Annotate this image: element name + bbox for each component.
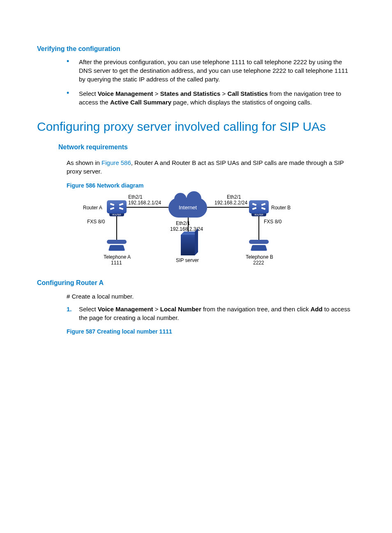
nav-sep: > <box>220 90 227 97</box>
telephone-b-number: 2222 <box>253 260 264 266</box>
eth-a-ip-label: 192.168.2.1/24 <box>128 199 161 206</box>
sip-server-label: SIP server <box>176 257 199 264</box>
internet-label: Internet <box>179 204 197 211</box>
step-text-part: Select <box>79 306 98 313</box>
link-line <box>127 207 168 209</box>
add-button-name: Add <box>311 306 323 313</box>
fxs-b-label: FXS 8/0 <box>264 218 281 225</box>
link-line <box>116 216 117 241</box>
telephone-b-icon <box>250 239 268 251</box>
nav-sep: > <box>153 306 160 313</box>
link-line <box>207 207 249 209</box>
telephone-a-number: 1111 <box>111 260 122 266</box>
heading-configuring-router-a: Configuring Router A <box>37 278 355 287</box>
verify-bullet-list: After the previous configuration, you ca… <box>67 58 355 107</box>
list-item: After the previous configuration, you ca… <box>67 58 355 83</box>
nav-sep: > <box>153 90 160 97</box>
sip-server-icon <box>181 235 195 255</box>
page-name: Active Call Summary <box>110 99 171 106</box>
nav-path-part: Local Number <box>160 306 201 313</box>
steps-list: Select Voice Management > Local Number f… <box>67 305 355 322</box>
nav-path-part: Voice Management <box>98 90 153 97</box>
eth-b-ip-label: 192.168.2.2/24 <box>214 199 247 206</box>
heading-network-requirements: Network requirements <box>58 143 355 152</box>
router-a-icon: ROUTER <box>107 200 127 213</box>
list-item: Select Voice Management > States and Sta… <box>67 89 355 107</box>
nav-path-part: Call Statistics <box>228 90 268 97</box>
network-diagram: Router A ROUTER Eth2/1 192.168.2.1/24 In… <box>67 193 297 271</box>
router-b-label: Router B <box>271 204 291 211</box>
fxs-a-label: FXS 8/0 <box>87 218 105 225</box>
router-b-icon: ROUTER <box>249 200 269 213</box>
link-line <box>258 216 259 241</box>
internet-cloud-icon: Internet <box>168 198 207 218</box>
telephone-a-icon <box>108 239 126 251</box>
step-text-part: from the navigation tree, and then click <box>201 306 311 313</box>
create-local-number-intro: # Create a local number. <box>67 292 355 301</box>
nav-path-part: States and Statistics <box>160 90 221 97</box>
bullet-text-part: page, which displays the statistics of o… <box>171 99 312 106</box>
bullet-text: After the previous configuration, you ca… <box>79 58 348 83</box>
text-part: As shown in <box>67 159 101 166</box>
figure-reference-link[interactable]: Figure 586 <box>101 159 131 166</box>
router-a-label: Router A <box>83 204 102 211</box>
heading-configuring-proxy: Configuring proxy server involved callin… <box>37 118 355 135</box>
nav-path-part: Voice Management <box>98 306 153 313</box>
heading-verifying: Verifying the configuration <box>37 44 355 53</box>
figure-586-caption: Figure 586 Network diagram <box>67 182 355 190</box>
bullet-text-part: Select <box>79 90 98 97</box>
netreq-paragraph: As shown in Figure 586, Router A and Rou… <box>67 158 355 176</box>
figure-587-caption: Figure 587 Creating local number 1111 <box>67 328 355 336</box>
list-item: Select Voice Management > Local Number f… <box>67 305 355 322</box>
